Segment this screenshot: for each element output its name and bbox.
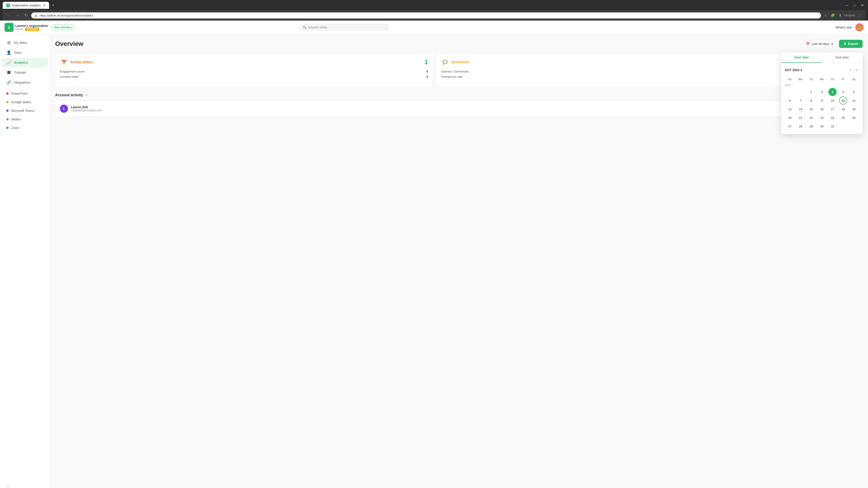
page-header: Overview 📅 Last 30 days ▾ ⬇ Export [55, 40, 863, 48]
activity-avatar: L [60, 105, 68, 113]
maximize-button[interactable]: □ [851, 2, 858, 8]
cal-day-30[interactable]: 30 [818, 122, 826, 130]
org-name: Lauren's organization [16, 24, 48, 28]
cal-day-1[interactable]: 1 [807, 88, 815, 96]
date-filter-button[interactable]: 📅 Last 30 days ▾ [802, 40, 836, 48]
sidebar-item-analytics[interactable]: 📈Analytics [2, 58, 48, 67]
external-link-icon[interactable]: ↗ [85, 93, 88, 97]
integration-microsoft-teams[interactable]: Microsoft Teams [2, 107, 48, 115]
integration-webex[interactable]: Webex [2, 115, 48, 123]
cal-day-26[interactable]: 26 [850, 113, 858, 122]
cal-day-18[interactable]: 18 [839, 105, 847, 113]
powerpoint-label: PowerPoint [11, 92, 28, 95]
cal-day-6[interactable]: 6 [786, 96, 794, 105]
cal-day-16[interactable]: 16 [818, 105, 826, 113]
calendar-grid[interactable]: 1234567891011121314151617181920212223242… [785, 88, 859, 130]
end-date-tab[interactable]: End date [822, 53, 863, 63]
cal-day-20[interactable]: 20 [786, 113, 794, 122]
cal-day-25[interactable]: 25 [839, 113, 847, 122]
download-button[interactable]: ⬇ [838, 12, 842, 19]
integration-zoom[interactable]: Zoom [2, 124, 48, 132]
menu-button[interactable]: ⋮ [857, 12, 863, 19]
next-month-button[interactable]: › [854, 67, 859, 73]
cal-day-9[interactable]: 9 [818, 96, 826, 105]
sidebar-label-my-slidos: My slidos [14, 41, 27, 44]
cal-day-3[interactable]: 3 [829, 88, 837, 96]
extensions-button[interactable]: 🧩 [830, 12, 836, 19]
cal-day-empty [797, 88, 805, 96]
integration-google-slides[interactable]: Google Slides [2, 98, 48, 106]
cal-day-29[interactable]: 29 [807, 122, 815, 130]
new-interface-button[interactable]: New interface [52, 25, 74, 30]
cal-day-7[interactable]: 7 [797, 96, 805, 105]
search-bar[interactable]: 🔍 Search slidos [299, 24, 390, 31]
upgrade-badge[interactable]: UPGRADE [25, 28, 39, 31]
incognito-label: Incognito [844, 14, 855, 17]
activity-user-info: Lauren Deli 31860d42@moodjoy.com [71, 105, 804, 112]
export-button[interactable]: ⬇ Export [839, 40, 863, 48]
sidebar-label-team: Team [14, 51, 22, 55]
cal-day-27[interactable]: 27 [786, 122, 794, 130]
questions-title: Questions [452, 60, 469, 64]
chevron-down-icon: ▾ [800, 68, 802, 72]
calendar-month-nav: OCT 2024 ▾ ‹ › [785, 67, 859, 73]
cal-day-header-mo: Mo [796, 77, 806, 82]
cal-day-12[interactable]: 12 [850, 96, 858, 105]
cal-day-header-th: Th [828, 77, 838, 82]
questions-title-row: 💬 Questions [441, 58, 469, 66]
calendar-overlay: Start date End date OCT 2024 ▾ ‹ › SuMoT… [781, 53, 863, 134]
refresh-button[interactable]: ↻ [23, 12, 29, 19]
header-search[interactable]: 🔍 Search slidos [299, 24, 390, 31]
forward-button[interactable]: → [14, 12, 21, 19]
cal-day-header-fr: Fr [838, 77, 848, 82]
cal-day-28[interactable]: 28 [797, 122, 805, 130]
sidebar-footer: ? [0, 484, 50, 488]
sidebar-item-team[interactable]: 👤Team [2, 48, 48, 57]
integrations-section: PowerPointGoogle SlidesMicrosoft TeamsWe… [0, 90, 50, 132]
chevron-down-icon: ▾ [831, 42, 833, 46]
calendar-month-label[interactable]: OCT 2024 ▾ [785, 68, 802, 72]
close-window-button[interactable]: ✕ [859, 2, 865, 8]
tab-favicon: S [6, 4, 10, 7]
search-placeholder: Search slidos [308, 26, 327, 29]
active-tab[interactable]: S Organization analytics ✕ [3, 2, 49, 9]
cal-day-31[interactable]: 31 [829, 122, 837, 130]
back-button[interactable]: ← [5, 12, 12, 19]
cal-day-15[interactable]: 15 [807, 105, 815, 113]
integration-powerpoint[interactable]: PowerPoint [2, 90, 48, 98]
cal-day-23[interactable]: 23 [818, 113, 826, 122]
created-slidos-value: 4 [426, 75, 428, 78]
cal-day-10[interactable]: 10 [829, 96, 837, 105]
integrations-icon: 🔗 [6, 80, 11, 85]
cal-day-13[interactable]: 13 [786, 105, 794, 113]
sidebar-item-tutorials[interactable]: 🎓Tutorials [2, 68, 48, 77]
sidebar-item-my-slidos[interactable]: ⊞My slidos [2, 38, 48, 47]
lock-icon: 🔒 [34, 14, 38, 17]
cal-day-17[interactable]: 17 [829, 105, 837, 113]
org-role: Owner UPGRADE [16, 28, 48, 31]
cal-day-4[interactable]: 4 [839, 88, 847, 96]
cal-day-21[interactable]: 21 [797, 113, 805, 122]
calendar-tabs: Start date End date [781, 53, 863, 63]
user-avatar[interactable]: 🐸 [855, 23, 864, 31]
sidebar-item-integrations[interactable]: 🔗Integrations [2, 78, 48, 87]
search-icon: 🔍 [303, 26, 307, 29]
cal-day-11[interactable]: 11 [839, 96, 847, 105]
cal-day-8[interactable]: 8 [807, 96, 815, 105]
new-tab-button[interactable]: + [50, 2, 56, 9]
prev-month-button[interactable]: ‹ [848, 67, 853, 73]
active-slidos-value: 1 [424, 59, 428, 66]
minimize-button[interactable]: ─ [844, 2, 850, 8]
whats-new-button[interactable]: What's new [835, 26, 852, 29]
address-bar[interactable]: 🔒 https://admin.sli.do/organization/anal… [31, 12, 821, 19]
cal-day-22[interactable]: 22 [807, 113, 815, 122]
header-actions: 📅 Last 30 days ▾ ⬇ Export [802, 40, 863, 48]
bookmark-button[interactable]: ☆ [823, 12, 828, 19]
start-date-tab[interactable]: Start date [781, 53, 822, 63]
cal-day-2[interactable]: 2 [818, 88, 826, 96]
cal-day-24[interactable]: 24 [829, 113, 837, 122]
cal-day-14[interactable]: 14 [797, 105, 805, 113]
cal-day-19[interactable]: 19 [850, 105, 858, 113]
tab-close-button[interactable]: ✕ [42, 3, 45, 7]
cal-day-5[interactable]: 5 [850, 88, 858, 96]
